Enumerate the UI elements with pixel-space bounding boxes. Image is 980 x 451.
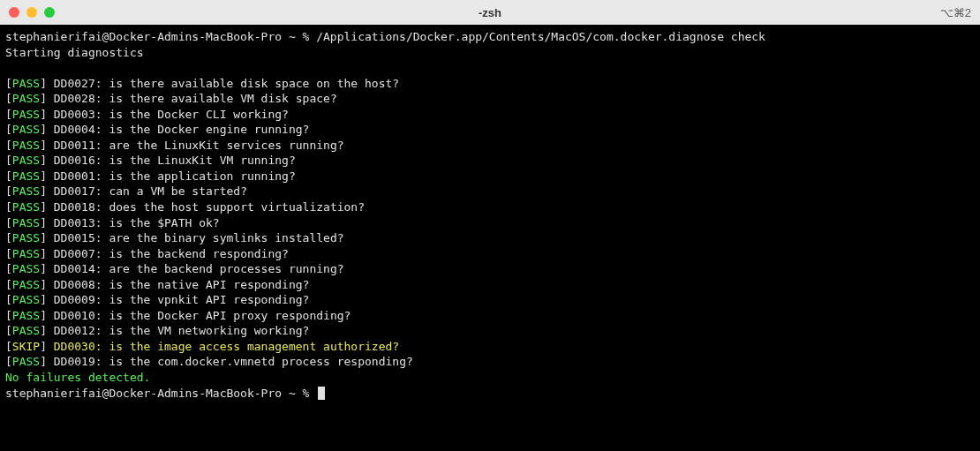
status-label: PASS	[12, 293, 40, 306]
prompt-line: stephanierifai@Docker-Admins-MacBook-Pro…	[5, 29, 975, 45]
check-code: DD0028:	[47, 92, 109, 105]
bracket-open: [	[5, 355, 12, 368]
check-desc: is there available disk space on the hos…	[109, 77, 399, 90]
close-icon[interactable]	[9, 7, 19, 18]
status-label: PASS	[12, 77, 40, 90]
check-line: [PASS] DD0009: is the vpnkit API respond…	[5, 292, 975, 308]
check-line: [PASS] DD0003: is the Docker CLI working…	[5, 107, 975, 123]
check-desc: is the backend responding?	[109, 247, 289, 260]
checks-list: [PASS] DD0027: is there available disk s…	[5, 76, 975, 370]
cursor-icon	[318, 387, 325, 400]
titlebar: -zsh ⌥⌘2	[0, 0, 980, 25]
bracket-close: ]	[40, 169, 47, 183]
status-label: PASS	[12, 355, 40, 368]
check-desc: is the LinuxKit VM running?	[109, 154, 295, 167]
check-line: [PASS] DD0017: can a VM be started?	[5, 184, 975, 199]
starting-line: Starting diagnostics	[5, 45, 975, 61]
bracket-close: ]	[40, 123, 47, 136]
check-desc: is the native API responding?	[109, 278, 309, 291]
check-desc: is there available VM disk space?	[109, 92, 336, 105]
zoom-icon[interactable]	[44, 7, 55, 18]
check-code: DD0016:	[47, 154, 109, 167]
check-desc: is the $PATH ok?	[109, 216, 219, 229]
command: /Applications/Docker.app/Contents/MacOS/…	[316, 30, 765, 43]
blank-line	[5, 60, 975, 76]
check-line: [PASS] DD0018: does the host support vir…	[5, 199, 975, 215]
check-code: DD0015:	[47, 231, 109, 244]
status-label: PASS	[12, 169, 40, 183]
bracket-open: [	[5, 169, 12, 183]
check-line: [PASS] DD0028: is there available VM dis…	[5, 91, 975, 107]
status-label: PASS	[12, 139, 40, 152]
bracket-close: ]	[40, 108, 47, 121]
window-title: -zsh	[479, 6, 501, 19]
bracket-open: [	[5, 123, 12, 136]
check-code: DD0030:	[47, 340, 109, 353]
check-desc: does the host support virtualization?	[109, 200, 365, 214]
check-desc: are the backend processes running?	[109, 262, 343, 275]
bracket-open: [	[5, 231, 12, 244]
bracket-close: ]	[40, 139, 47, 152]
minimize-icon[interactable]	[26, 7, 37, 18]
bracket-open: [	[5, 340, 12, 353]
check-desc: is the Docker engine running?	[109, 123, 309, 136]
status-label: PASS	[12, 247, 40, 260]
status-label: PASS	[12, 184, 40, 198]
check-line: [PASS] DD0010: is the Docker API proxy r…	[5, 308, 975, 324]
check-desc: is the com.docker.vmnetd process respond…	[109, 355, 412, 368]
bracket-open: [	[5, 139, 12, 152]
check-code: DD0018:	[47, 200, 109, 214]
status-label: PASS	[12, 108, 40, 121]
bracket-close: ]	[40, 309, 47, 322]
status-label: PASS	[12, 262, 40, 275]
footer-line: No failures detected.	[5, 370, 975, 386]
check-line: [PASS] DD0008: is the native API respond…	[5, 277, 975, 293]
check-desc: is the application running?	[109, 169, 295, 183]
check-code: DD0003:	[47, 108, 109, 121]
bracket-close: ]	[40, 200, 47, 214]
check-code: DD0027:	[47, 77, 109, 90]
bracket-close: ]	[40, 231, 47, 244]
check-line: [PASS] DD0012: is the VM networking work…	[5, 323, 975, 339]
check-code: DD0001:	[47, 169, 109, 183]
prompt-line-2: stephanierifai@Docker-Admins-MacBook-Pro…	[5, 386, 975, 402]
status-label: PASS	[12, 123, 40, 136]
terminal-body[interactable]: stephanierifai@Docker-Admins-MacBook-Pro…	[0, 25, 980, 451]
prompt-2: stephanierifai@Docker-Admins-MacBook-Pro…	[5, 387, 309, 400]
bracket-open: [	[5, 247, 12, 260]
check-code: DD0019:	[47, 355, 109, 368]
check-code: DD0010:	[47, 309, 109, 322]
bracket-open: [	[5, 324, 12, 337]
bracket-open: [	[5, 184, 12, 198]
bracket-close: ]	[40, 154, 47, 167]
check-code: DD0014:	[47, 262, 109, 275]
check-code: DD0011:	[47, 139, 109, 152]
bracket-open: [	[5, 154, 12, 167]
check-line: [PASS] DD0001: is the application runnin…	[5, 169, 975, 184]
check-line: [PASS] DD0019: is the com.docker.vmnetd …	[5, 354, 975, 370]
check-desc: is the Docker API proxy responding?	[109, 309, 351, 322]
status-label: SKIP	[12, 340, 40, 353]
status-label: PASS	[12, 92, 40, 105]
prompt: stephanierifai@Docker-Admins-MacBook-Pro…	[5, 30, 309, 43]
check-code: DD0009:	[47, 293, 109, 306]
check-desc: are the LinuxKit services running?	[109, 139, 343, 152]
check-code: DD0004:	[47, 123, 109, 136]
status-label: PASS	[12, 154, 40, 167]
bracket-close: ]	[40, 324, 47, 337]
check-code: DD0008:	[47, 278, 109, 291]
bracket-open: [	[5, 293, 12, 306]
window-shortcut: ⌥⌘2	[940, 6, 971, 19]
bracket-open: [	[5, 216, 12, 229]
bracket-close: ]	[40, 278, 47, 291]
check-desc: is the image access management authorize…	[109, 340, 399, 353]
check-line: [PASS] DD0027: is there available disk s…	[5, 76, 975, 92]
check-desc: is the vpnkit API responding?	[109, 293, 309, 306]
bracket-close: ]	[40, 216, 47, 229]
bracket-close: ]	[40, 262, 47, 275]
bracket-close: ]	[40, 184, 47, 198]
check-line: [PASS] DD0013: is the $PATH ok?	[5, 215, 975, 231]
check-desc: is the Docker CLI working?	[109, 108, 289, 121]
traffic-lights	[9, 7, 55, 18]
bracket-close: ]	[40, 77, 47, 90]
